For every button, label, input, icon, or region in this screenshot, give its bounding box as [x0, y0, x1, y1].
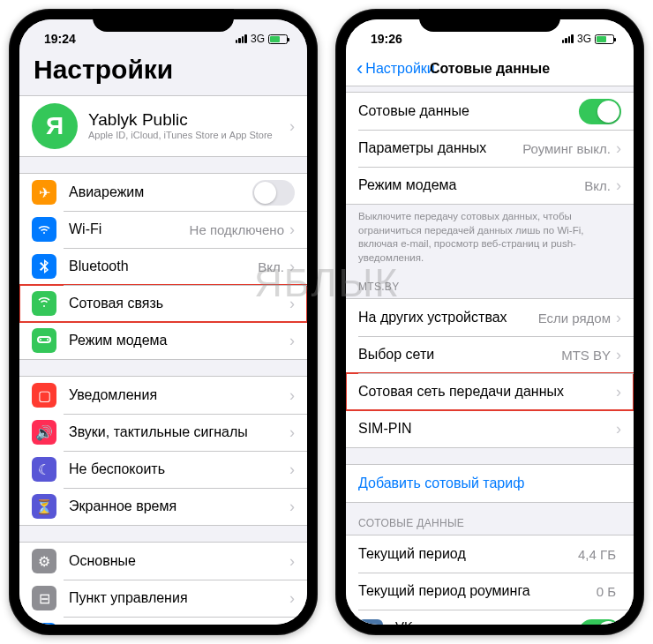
hotspot-label: Режим модема — [69, 333, 289, 348]
notifications-cell[interactable]: ▢ Уведомления › — [19, 377, 307, 414]
airplane-cell[interactable]: ✈ Авиарежим — [19, 174, 307, 211]
status-time: 19:26 — [371, 32, 402, 46]
current-period-cell[interactable]: Текущий период 4,4 ГБ — [346, 535, 634, 573]
data-group: Сотовые данные Параметры данных Роуминг … — [346, 92, 634, 205]
roaming-period-label: Текущий период роуминга — [358, 583, 597, 599]
cellular-cell[interactable]: Сотовая связь › — [19, 285, 307, 322]
network-selection-label: Выбор сети — [358, 347, 561, 363]
status-network: 3G — [251, 33, 265, 45]
network-selection-cell[interactable]: Выбор сети MTS BY › — [346, 336, 634, 373]
bluetooth-cell[interactable]: Bluetooth Вкл. › — [19, 248, 307, 285]
chevron-icon: › — [289, 386, 295, 405]
apn-label: Сотовая сеть передачи данных — [358, 384, 616, 400]
display-icon: AA — [32, 623, 56, 625]
display-cell[interactable]: AA Экран и яркость › — [19, 617, 307, 625]
notch — [93, 9, 234, 32]
apn-cell[interactable]: Сотовая сеть передачи данных › — [346, 373, 634, 410]
signal-icon — [236, 34, 247, 43]
roaming-period-cell[interactable]: Текущий период роуминга 0 Б — [346, 573, 634, 610]
data-options-cell[interactable]: Параметры данных Роуминг выкл. › — [346, 130, 634, 167]
cellular-icon — [32, 291, 56, 316]
general-label: Основные — [69, 553, 289, 569]
sliders-icon: ⊟ — [32, 586, 56, 610]
cellular-data-cell[interactable]: Сотовые данные — [346, 93, 634, 130]
sounds-label: Звуки, тактильные сигналы — [69, 424, 289, 440]
bluetooth-label: Bluetooth — [69, 258, 258, 274]
screen-left: 19:24 3G Настройки Я Yablyk Public Apple… — [19, 19, 307, 625]
airplane-label: Авиарежим — [69, 184, 252, 200]
airplane-icon: ✈ — [32, 180, 56, 205]
chevron-icon: › — [616, 309, 621, 327]
general-cell[interactable]: ⚙ Основные › — [19, 543, 307, 580]
data-options-detail: Роуминг выкл. — [522, 141, 611, 156]
app-vk-toggle[interactable] — [579, 619, 621, 625]
notch — [419, 9, 560, 32]
wifi-detail: Не подключено — [190, 222, 284, 237]
add-plan-cell[interactable]: Добавить сотовый тариф — [346, 465, 634, 502]
page-title: Настройки — [34, 55, 307, 85]
roaming-period-value: 0 Б — [597, 584, 616, 599]
moon-icon: ☾ — [32, 457, 56, 482]
sim-pin-cell[interactable]: SIM-PIN › — [346, 410, 634, 447]
hotspot-cell[interactable]: Режим модема Вкл. › — [346, 167, 634, 204]
sounds-icon: 🔊 — [32, 420, 56, 445]
chevron-icon: › — [289, 423, 295, 442]
chevron-icon: › — [289, 332, 295, 350]
control-label: Пункт управления — [69, 590, 289, 606]
apple-id-cell[interactable]: Я Yablyk Public Apple ID, iCloud, iTunes… — [19, 96, 307, 156]
chevron-left-icon: ‹ — [357, 59, 363, 79]
bluetooth-icon — [32, 254, 56, 279]
other-devices-detail: Если рядом — [538, 311, 611, 326]
usage-group: Текущий период 4,4 ГБ Текущий период роу… — [346, 535, 634, 625]
gear-icon: ⚙ — [32, 549, 56, 573]
app-vk-cell[interactable]: VK 2,1 ГБ — [346, 610, 634, 625]
chevron-icon: › — [289, 221, 295, 239]
wifi-cell[interactable]: Wi-Fi Не подключено › — [19, 211, 307, 248]
data-options-label: Параметры данных — [358, 140, 522, 156]
signal-icon — [562, 34, 574, 43]
screen-right: 19:26 3G ‹ Настройки Сотовые данные Сото… — [346, 19, 634, 625]
airplane-toggle[interactable] — [252, 180, 295, 206]
status-right: 3G — [236, 33, 288, 45]
sounds-cell[interactable]: 🔊 Звуки, тактильные сигналы › — [19, 414, 307, 451]
control-center-cell[interactable]: ⊟ Пункт управления › — [19, 580, 307, 617]
back-button[interactable]: ‹ Настройки — [357, 59, 435, 79]
dnd-label: Не беспокоить — [69, 461, 289, 477]
cellular-content[interactable]: Сотовые данные Параметры данных Роуминг … — [346, 86, 634, 625]
dnd-cell[interactable]: ☾ Не беспокоить › — [19, 451, 307, 488]
cellular-data-toggle[interactable] — [579, 99, 621, 124]
chevron-icon: › — [616, 176, 621, 195]
chevron-icon: › — [289, 498, 295, 516]
nav-bar: ‹ Настройки Сотовые данные — [346, 51, 634, 86]
alerts-group: ▢ Уведомления › 🔊 Звуки, тактильные сигн… — [19, 376, 307, 526]
data-footer: Выключите передачу сотовых данных, чтобы… — [346, 205, 634, 266]
notifications-icon: ▢ — [32, 383, 56, 408]
other-devices-cell[interactable]: На других устройствах Если рядом › — [346, 299, 634, 336]
sim-pin-label: SIM-PIN — [358, 421, 616, 437]
screentime-label: Экранное время — [69, 498, 289, 514]
account-subtitle: Apple ID, iCloud, iTunes Store и App Sto… — [88, 130, 289, 141]
hotspot-icon — [32, 328, 56, 353]
battery-icon — [268, 34, 288, 44]
status-network: 3G — [577, 33, 591, 45]
chevron-icon: › — [289, 461, 295, 479]
screentime-cell[interactable]: ⏳ Экранное время › — [19, 488, 307, 525]
add-plan-label: Добавить сотовый тариф — [358, 476, 621, 491]
chevron-icon: › — [616, 346, 621, 364]
current-period-label: Текущий период — [358, 546, 578, 562]
chevron-icon: › — [616, 139, 621, 158]
status-time: 19:24 — [44, 32, 76, 46]
account-group: Я Yablyk Public Apple ID, iCloud, iTunes… — [19, 95, 307, 157]
settings-content[interactable]: Настройки Я Yablyk Public Apple ID, iClo… — [19, 51, 307, 625]
connectivity-group: ✈ Авиарежим Wi-Fi Не подключено › — [19, 173, 307, 360]
chevron-icon: › — [289, 258, 295, 276]
battery-icon — [595, 34, 614, 44]
app-vk-label: VK — [395, 618, 579, 625]
chevron-icon: › — [616, 420, 621, 438]
hotspot-label: Режим модема — [358, 177, 584, 193]
wifi-icon — [32, 217, 56, 242]
carrier-group: На других устройствах Если рядом › Выбор… — [346, 298, 634, 448]
network-selection-detail: MTS BY — [561, 348, 611, 363]
hotspot-cell[interactable]: Режим модема › — [19, 322, 307, 359]
notifications-label: Уведомления — [69, 387, 289, 403]
